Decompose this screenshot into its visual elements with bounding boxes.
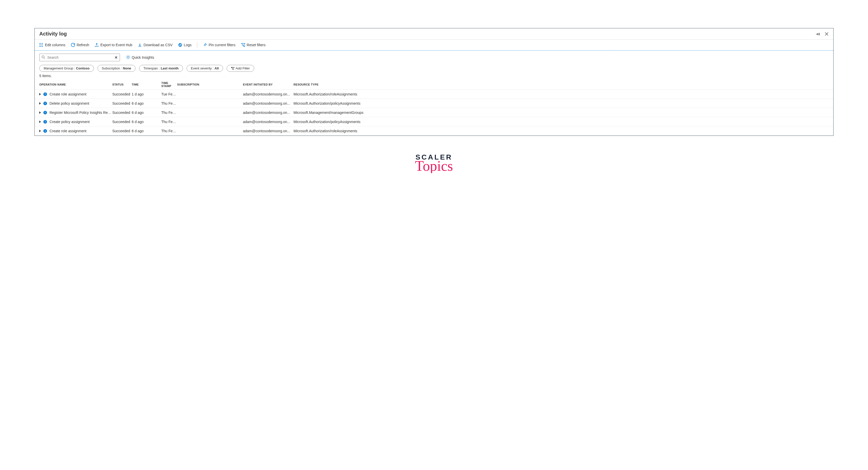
expand-caret-icon[interactable]: [39, 130, 41, 132]
svg-rect-2: [39, 43, 41, 43]
cell-resource-type: Microsoft.Management/managementGroups: [293, 111, 370, 115]
refresh-icon: [71, 43, 75, 47]
columns-icon: [39, 43, 43, 47]
filter-pill-severity[interactable]: Event severity : All: [187, 65, 223, 72]
export-icon: [95, 43, 99, 47]
cell-initiated-by: adam@contosodemoorg.on...: [243, 111, 293, 115]
col-initiated-by[interactable]: Event Initiated By: [243, 83, 293, 86]
pin-icon[interactable]: [816, 32, 820, 36]
cell-time: 6 d ago: [132, 129, 161, 133]
refresh-button[interactable]: Refresh: [71, 43, 89, 47]
pin-filters-label: Pin current filters: [209, 43, 235, 47]
cell-initiated-by: adam@contosodemoorg.on...: [243, 101, 293, 106]
reset-filters-label: Reset filters: [247, 43, 266, 47]
svg-point-8: [178, 43, 182, 47]
quick-insights-button[interactable]: Quick Insights: [126, 55, 154, 60]
cell-time: 6 d ago: [132, 120, 161, 124]
expand-caret-icon[interactable]: [39, 102, 41, 105]
download-icon: [138, 43, 142, 47]
activity-log-panel: Activity log Edit columns Refresh: [34, 28, 834, 136]
edit-columns-label: Edit columns: [45, 43, 65, 47]
filter-pill-timespan[interactable]: Timespan : Last month: [139, 65, 183, 72]
info-icon: i: [43, 111, 47, 114]
cell-operation: Create role assignment: [50, 129, 87, 133]
pill-sev-value: All: [215, 66, 219, 70]
cell-status: Succeeded: [112, 111, 132, 115]
cell-operation: Create policy assignment: [50, 120, 90, 124]
table-row[interactable]: iCreate policy assignmentSucceeded6 d ag…: [35, 117, 833, 126]
filter-pill-subscription[interactable]: Subscription : None: [97, 65, 135, 72]
cell-initiated-by: adam@contosodemoorg.on...: [243, 120, 293, 124]
pill-mg-label: Management Group :: [44, 66, 75, 70]
col-subscription[interactable]: Subscription: [177, 83, 243, 86]
cell-status: Succeeded: [112, 120, 132, 124]
filter-pill-management-group[interactable]: Management Group : Contoso: [39, 65, 94, 72]
svg-point-15: [127, 56, 129, 58]
download-label: Download as CSV: [144, 43, 173, 47]
cell-status: Succeeded: [112, 101, 132, 106]
table-row[interactable]: iDelete policy assignmentSucceeded6 d ag…: [35, 99, 833, 108]
edit-columns-button[interactable]: Edit columns: [39, 43, 65, 47]
filter-reset-icon: [241, 43, 245, 47]
cell-resource-type: Microsoft.Authorization/policyAssignment…: [293, 120, 370, 124]
cell-time: 6 d ago: [132, 101, 161, 106]
result-count: 5 items.: [35, 74, 833, 79]
activity-table: Operation Name Status Time Time Stamp Su…: [35, 79, 833, 136]
svg-point-13: [42, 56, 44, 58]
svg-rect-4: [39, 46, 41, 47]
cell-timestamp: Thu Feb 14 2...: [161, 129, 177, 133]
page-title: Activity log: [39, 31, 816, 37]
cell-resource-type: Microsoft.Authorization/roleAssignments: [293, 92, 370, 96]
search-input-container[interactable]: ✕: [39, 54, 120, 61]
table-row[interactable]: iRegister Microsoft Policy Insights Reso…: [35, 108, 833, 117]
cell-resource-type: Microsoft.Authorization/policyAssignment…: [293, 101, 370, 106]
expand-caret-icon[interactable]: [39, 111, 41, 114]
cell-timestamp: Thu Feb 14 2...: [161, 111, 177, 115]
col-resource-type[interactable]: Resource Type: [293, 83, 370, 86]
pill-sub-value: None: [123, 66, 131, 70]
logs-label: Logs: [184, 43, 191, 47]
pin-filters-button[interactable]: Pin current filters: [203, 43, 235, 47]
cell-timestamp: Thu Feb 14 2...: [161, 120, 177, 124]
svg-line-14: [44, 58, 45, 59]
cell-initiated-by: adam@contosodemoorg.on...: [243, 129, 293, 133]
export-event-hub-button[interactable]: Export to Event Hub: [95, 43, 132, 47]
table-row[interactable]: iCreate role assignmentSucceeded6 d agoT…: [35, 126, 833, 136]
export-label: Export to Event Hub: [100, 43, 132, 47]
cell-operation: Create role assignment: [50, 92, 87, 96]
search-input[interactable]: [47, 55, 113, 60]
cell-status: Succeeded: [112, 92, 132, 96]
cell-resource-type: Microsoft.Authorization/roleAssignments: [293, 129, 370, 133]
add-filter-button[interactable]: Add Filter: [227, 65, 254, 72]
search-icon: [41, 55, 45, 60]
col-time[interactable]: Time: [132, 83, 161, 86]
refresh-label: Refresh: [76, 43, 89, 47]
pill-sub-label: Subscription :: [102, 66, 122, 70]
table-row[interactable]: iCreate role assignmentSucceeded1 d agoT…: [35, 90, 833, 99]
col-status[interactable]: Status: [112, 83, 132, 86]
cell-operation: Register Microsoft Policy Insights Resou…: [50, 111, 112, 115]
pill-ts-label: Timespan :: [144, 66, 160, 70]
col-operation[interactable]: Operation Name: [39, 83, 112, 86]
cell-timestamp: Tue Feb 19 2...: [161, 92, 177, 96]
col-timestamp[interactable]: Time Stamp: [161, 82, 177, 88]
pill-mg-value: Contoso: [76, 66, 90, 70]
svg-rect-6: [41, 45, 43, 45]
cell-timestamp: Thu Feb 14 2...: [161, 101, 177, 106]
expand-caret-icon[interactable]: [39, 120, 41, 123]
cell-time: 6 d ago: [132, 111, 161, 115]
info-icon: i: [43, 92, 47, 96]
close-icon[interactable]: [825, 32, 829, 36]
info-icon: i: [43, 120, 47, 123]
svg-rect-9: [179, 45, 180, 46]
add-filter-icon: [231, 67, 235, 70]
clear-search-icon[interactable]: ✕: [115, 55, 118, 59]
reset-filters-button[interactable]: Reset filters: [241, 43, 266, 47]
svg-rect-7: [41, 46, 43, 47]
logs-button[interactable]: Logs: [178, 43, 191, 47]
pill-ts-value: Last month: [161, 66, 179, 70]
cell-operation: Delete policy assignment: [50, 101, 89, 106]
cell-initiated-by: adam@contosodemoorg.on...: [243, 92, 293, 96]
expand-caret-icon[interactable]: [39, 93, 41, 95]
download-csv-button[interactable]: Download as CSV: [138, 43, 173, 47]
